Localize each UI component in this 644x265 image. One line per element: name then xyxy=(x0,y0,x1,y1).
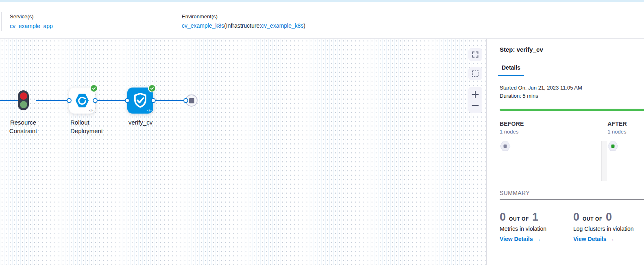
edge-verify-to-end xyxy=(153,100,186,101)
port-end-in xyxy=(183,98,188,103)
minus-icon xyxy=(472,102,479,109)
traffic-light-red-icon xyxy=(20,92,27,100)
edge-constraint-to-rollout xyxy=(36,100,69,101)
edge-rollout-to-verify xyxy=(95,100,127,101)
fullscreen-button[interactable] xyxy=(468,48,482,61)
infrastructure-prefix: (Infrastructure: xyxy=(224,22,261,29)
execution-page: Service(s) cv_example_app Environment(s)… xyxy=(0,0,644,265)
summary-divider xyxy=(500,199,644,200)
left-edge-divider xyxy=(1,12,2,31)
node-label-verify-cv: verify_cv xyxy=(128,118,177,127)
node-label-resource-constraint: Resource Constraint xyxy=(0,118,46,135)
zoom-out-button[interactable] xyxy=(468,102,482,109)
node-resource-constraint[interactable] xyxy=(18,90,29,110)
service-link[interactable]: cv_example_app xyxy=(10,23,53,29)
arrow-right-icon: → xyxy=(609,236,614,242)
metrics-total-count: 1 xyxy=(532,211,538,223)
log-clusters-violation-count: 0 xyxy=(573,211,579,223)
infrastructure-suffix: ) xyxy=(304,22,306,29)
after-node-count: 1 nodes xyxy=(607,129,644,135)
environment-link[interactable]: cv_example_k8s xyxy=(182,22,224,29)
plus-icon xyxy=(472,91,479,98)
rollout-deployment-icon xyxy=(74,92,90,109)
out-of-label: OUT OF xyxy=(583,216,603,222)
tab-details[interactable]: Details xyxy=(498,64,524,76)
log-clusters-violation-stat: 0 OUT OF 0 Log Clusters in violation Vie… xyxy=(573,211,634,243)
panel-tabs: Details xyxy=(487,64,644,76)
port-verify-out xyxy=(151,98,156,103)
after-label: AFTER xyxy=(607,120,644,127)
environment-label: Environment(s) xyxy=(182,13,305,20)
shield-check-icon xyxy=(132,92,149,109)
selection-mode-button[interactable] xyxy=(468,67,482,80)
environment-value: cv_example_k8s(Infrastructure:cv_example… xyxy=(182,22,305,29)
selection-box-icon xyxy=(472,70,479,77)
before-after-section: BEFORE 1 nodes AFTER 1 nodes xyxy=(500,120,644,190)
log-clusters-view-details-link[interactable]: View Details→ xyxy=(573,236,614,242)
step-details-panel: Step: verify_cv Details Started On: Jun … xyxy=(486,39,644,265)
before-node-count: 1 nodes xyxy=(500,129,601,135)
out-of-label: OUT OF xyxy=(509,216,529,222)
before-column: BEFORE 1 nodes xyxy=(500,120,601,190)
before-label: BEFORE xyxy=(500,120,601,127)
service-section: Service(s) cv_example_app xyxy=(10,2,182,38)
log-clusters-total-count: 0 xyxy=(606,211,612,223)
traffic-light-green-icon xyxy=(20,101,27,108)
port-rollout-in xyxy=(67,98,72,103)
zoom-controls xyxy=(468,87,482,113)
main-content: </> </> xyxy=(0,39,644,265)
success-badge-icon xyxy=(90,84,98,92)
duration-text: Duration: 5 mins xyxy=(500,92,631,100)
port-rollout-out xyxy=(93,98,98,103)
log-clusters-violation-description: Log Clusters in violation xyxy=(573,226,634,232)
verification-progress-bar xyxy=(500,109,644,111)
success-badge-icon xyxy=(148,84,156,92)
execution-context-header: Service(s) cv_example_app Environment(s)… xyxy=(0,2,644,39)
started-on-text: Started On: Jun 21, 2023 11:05 AM xyxy=(500,84,631,92)
metrics-violation-count: 0 xyxy=(500,211,506,223)
step-meta: Started On: Jun 21, 2023 11:05 AM Durati… xyxy=(500,84,631,100)
summary-stats: 0 OUT OF 1 Metrics in violation View Det… xyxy=(500,211,644,243)
arrow-right-icon: → xyxy=(535,236,541,242)
metrics-view-details-link[interactable]: View Details→ xyxy=(500,236,541,242)
edge-incoming xyxy=(0,100,19,101)
after-node-hexagon[interactable] xyxy=(607,141,618,153)
port-verify-in xyxy=(125,98,130,103)
before-after-scrollbar[interactable] xyxy=(601,141,607,181)
environment-section: Environment(s) cv_example_k8s(Infrastruc… xyxy=(182,2,305,38)
code-icon: </> xyxy=(147,109,151,112)
pipeline-canvas[interactable]: </> </> xyxy=(0,39,486,265)
metrics-violation-stat: 0 OUT OF 1 Metrics in violation View Det… xyxy=(500,211,573,243)
node-label-rollout-deployment: Rollout Deployment xyxy=(70,118,119,135)
before-node-hexagon[interactable] xyxy=(500,141,511,153)
step-title: Step: verify_cv xyxy=(487,39,644,53)
stop-square-icon xyxy=(189,98,194,103)
summary-label: SUMMARY xyxy=(500,190,644,196)
infrastructure-link[interactable]: cv_example_k8s xyxy=(261,22,303,29)
fullscreen-icon xyxy=(472,51,479,58)
service-label: Service(s) xyxy=(10,13,182,20)
zoom-in-button[interactable] xyxy=(468,91,482,98)
metrics-violation-description: Metrics in violation xyxy=(500,226,573,232)
code-icon: </> xyxy=(89,109,93,112)
after-column: AFTER 1 nodes xyxy=(607,120,644,190)
